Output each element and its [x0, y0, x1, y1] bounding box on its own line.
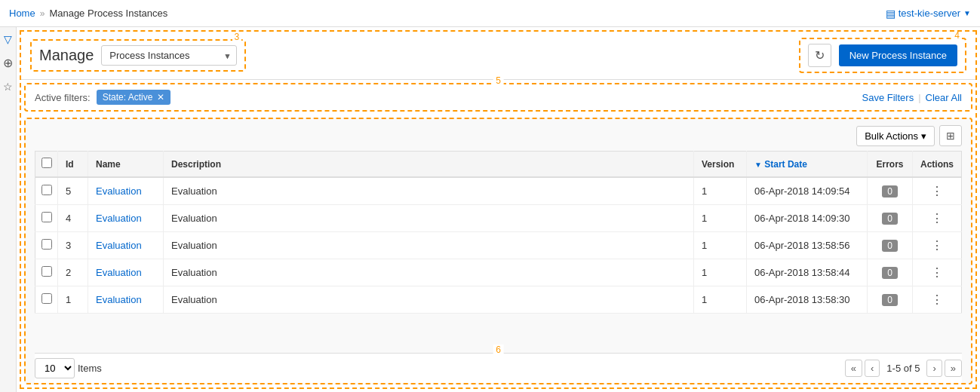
- page-info: 1-5 of 5: [882, 363, 924, 374]
- cell-version: 1: [693, 205, 746, 232]
- server-name: test-kie-server: [899, 8, 960, 19]
- cell-description: Evaluation: [164, 205, 694, 232]
- cell-actions[interactable]: ⋮: [912, 177, 961, 205]
- row-checkbox[interactable]: [41, 293, 52, 304]
- table-row: 4 Evaluation Evaluation 1 06-Apr-2018 14…: [35, 205, 962, 232]
- cell-version: 1: [693, 259, 746, 286]
- cell-id: 4: [58, 205, 88, 232]
- cell-errors: 0: [867, 205, 912, 232]
- cell-start-date: 06-Apr-2018 13:58:56: [746, 232, 867, 259]
- add-sidebar-icon[interactable]: ⊕: [3, 56, 13, 70]
- prev-page-button[interactable]: ‹: [865, 360, 880, 377]
- star-sidebar-icon[interactable]: ☆: [3, 81, 13, 93]
- cell-id: 5: [58, 177, 88, 205]
- next-page-button[interactable]: ›: [926, 360, 942, 377]
- sidebar: ▽ ⊕ ☆: [0, 27, 17, 392]
- cell-version: 1: [693, 232, 746, 259]
- col-header-errors[interactable]: Errors: [867, 152, 912, 178]
- clear-all-link[interactable]: Clear All: [926, 92, 962, 103]
- row-actions-button[interactable]: ⋮: [928, 292, 946, 307]
- cell-name[interactable]: Evaluation: [88, 177, 164, 205]
- new-process-instance-button[interactable]: New Process Instance: [839, 44, 957, 66]
- cell-description: Evaluation: [164, 286, 694, 314]
- row-checkbox[interactable]: [41, 212, 52, 222]
- error-badge: 0: [882, 240, 898, 252]
- col-header-actions: Actions: [912, 152, 961, 178]
- cell-errors: 0: [867, 286, 912, 314]
- section5-label: 5: [493, 75, 504, 86]
- row-actions-button[interactable]: ⋮: [928, 211, 946, 225]
- cell-version: 1: [693, 177, 746, 205]
- cell-start-date: 06-Apr-2018 14:09:30: [746, 205, 867, 232]
- columns-config-button[interactable]: ⊞: [939, 125, 962, 146]
- table-row: 3 Evaluation Evaluation 1 06-Apr-2018 13…: [35, 232, 962, 259]
- section4-label: 4: [952, 30, 962, 41]
- cell-actions[interactable]: ⋮: [912, 232, 961, 259]
- col-header-start-date[interactable]: ▼ Start Date: [746, 152, 867, 178]
- select-all-checkbox[interactable]: [41, 158, 52, 168]
- filter-sidebar-icon[interactable]: ▽: [4, 33, 12, 45]
- table-toolbar: Bulk Actions ▾ ⊞: [35, 125, 962, 146]
- section2-label: 2: [29, 118, 38, 121]
- bulk-actions-button[interactable]: Bulk Actions ▾: [856, 126, 935, 146]
- cell-name[interactable]: Evaluation: [88, 205, 164, 232]
- cell-description: Evaluation: [164, 232, 694, 259]
- cell-start-date: 06-Apr-2018 14:09:54: [746, 177, 867, 205]
- col-header-name[interactable]: Name: [88, 152, 164, 178]
- row-actions-button[interactable]: ⋮: [928, 184, 946, 198]
- process-instances-select[interactable]: Process Instances: [101, 45, 237, 66]
- server-icon: ▤: [886, 8, 896, 20]
- cell-errors: 0: [867, 177, 912, 205]
- last-page-button[interactable]: »: [945, 360, 962, 377]
- cell-id: 3: [58, 232, 88, 259]
- cell-name[interactable]: Evaluation: [88, 259, 164, 286]
- per-page-select[interactable]: 5 10 15 25: [35, 358, 75, 378]
- col-header-description[interactable]: Description: [164, 152, 694, 178]
- bulk-actions-arrow-icon: ▾: [921, 130, 926, 142]
- breadcrumb-home-link[interactable]: Home: [9, 8, 35, 19]
- cell-start-date: 06-Apr-2018 13:58:30: [746, 286, 867, 314]
- col-header-version[interactable]: Version: [693, 152, 746, 178]
- col-header-id: Id: [58, 152, 88, 178]
- error-badge: 0: [882, 294, 898, 306]
- cell-errors: 0: [867, 232, 912, 259]
- filter-sep: |: [918, 92, 920, 103]
- filter-tag-remove-icon[interactable]: ✕: [157, 92, 164, 103]
- row-actions-button[interactable]: ⋮: [928, 238, 946, 253]
- breadcrumb-current: Manage Process Instances: [49, 8, 167, 19]
- table-area: 2 Bulk Actions ▾ ⊞ Id: [24, 118, 972, 384]
- server-chevron-icon: ▼: [963, 9, 971, 17]
- cell-actions[interactable]: ⋮: [912, 205, 961, 232]
- row-checkbox[interactable]: [41, 239, 52, 250]
- row-actions-button[interactable]: ⋮: [928, 265, 946, 280]
- bulk-actions-label: Bulk Actions: [865, 130, 918, 142]
- active-filters-label: Active filters:: [35, 92, 91, 103]
- row-checkbox[interactable]: [41, 266, 52, 277]
- row-checkbox[interactable]: [41, 185, 52, 195]
- cell-actions[interactable]: ⋮: [912, 286, 961, 314]
- cell-id: 2: [58, 259, 88, 286]
- first-page-button[interactable]: «: [845, 360, 862, 377]
- cell-name[interactable]: Evaluation: [88, 232, 164, 259]
- cell-version: 1: [693, 286, 746, 314]
- cell-actions[interactable]: ⋮: [912, 259, 961, 286]
- section3-label: 3: [232, 32, 242, 42]
- process-instances-table: Id Name Description Version ▼ Start Date…: [35, 151, 962, 314]
- filter-tag-state-active[interactable]: State: Active ✕: [97, 90, 171, 105]
- section6-label: 6: [493, 345, 504, 355]
- cell-id: 1: [58, 286, 88, 314]
- server-selector[interactable]: ▤ test-kie-server ▼: [886, 8, 971, 20]
- cell-start-date: 06-Apr-2018 13:58:44: [746, 259, 867, 286]
- cell-description: Evaluation: [164, 259, 694, 286]
- save-filters-link[interactable]: Save Filters: [862, 92, 914, 103]
- cell-description: Evaluation: [164, 177, 694, 205]
- section1-label: 1: [493, 30, 504, 32]
- refresh-button[interactable]: ↻: [808, 44, 831, 67]
- error-badge: 0: [882, 185, 898, 198]
- header-bar: 1 3 Manage Process Instances ▼ 4 ↻ New P…: [21, 32, 975, 80]
- cell-name[interactable]: Evaluation: [88, 286, 164, 314]
- table-row: 2 Evaluation Evaluation 1 06-Apr-2018 13…: [35, 259, 962, 286]
- error-badge: 0: [882, 267, 898, 279]
- breadcrumb-sep1: »: [40, 8, 45, 19]
- breadcrumb: Home » Manage Process Instances ▤ test-k…: [0, 0, 980, 27]
